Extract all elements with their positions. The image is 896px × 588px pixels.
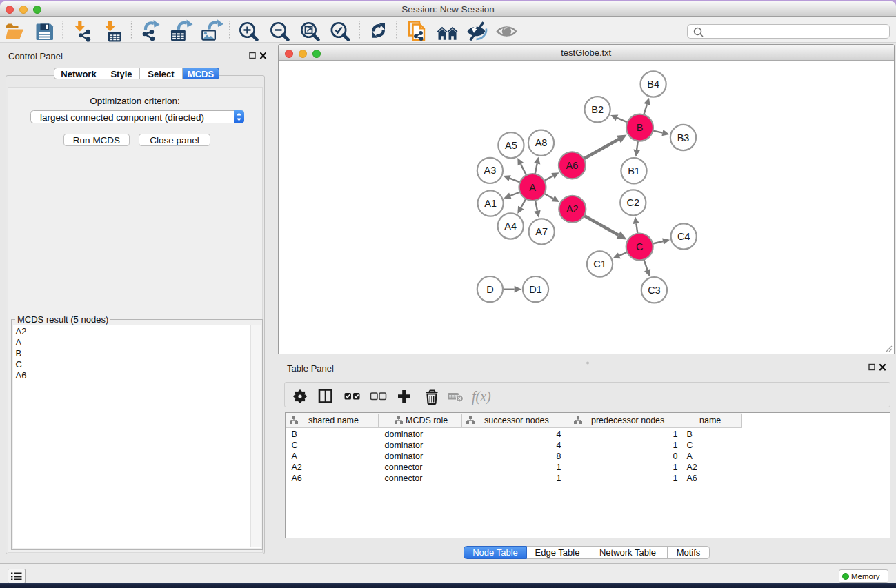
svg-text:A6: A6: [566, 159, 578, 170]
svg-text:A1: A1: [484, 198, 497, 209]
svg-text:B: B: [636, 122, 643, 133]
svg-text:A5: A5: [505, 139, 517, 150]
svg-text:A8: A8: [535, 137, 547, 148]
svg-text:A: A: [529, 181, 536, 192]
svg-text:A4: A4: [504, 221, 517, 232]
svg-text:C2: C2: [626, 196, 639, 207]
svg-text:B4: B4: [647, 79, 659, 90]
svg-text:D1: D1: [529, 283, 542, 294]
svg-text:B1: B1: [628, 165, 640, 176]
svg-text:C3: C3: [648, 284, 661, 295]
svg-text:C4: C4: [677, 231, 690, 242]
svg-text:A7: A7: [535, 225, 548, 236]
svg-text:f(x): f(x): [472, 389, 491, 405]
svg-text:B3: B3: [677, 132, 689, 143]
svg-text:B2: B2: [591, 103, 604, 114]
svg-text:A3: A3: [484, 165, 496, 176]
svg-text:D: D: [486, 283, 493, 294]
svg-text:C: C: [635, 241, 642, 252]
svg-text:A2: A2: [566, 203, 578, 214]
svg-text:C1: C1: [593, 258, 606, 270]
